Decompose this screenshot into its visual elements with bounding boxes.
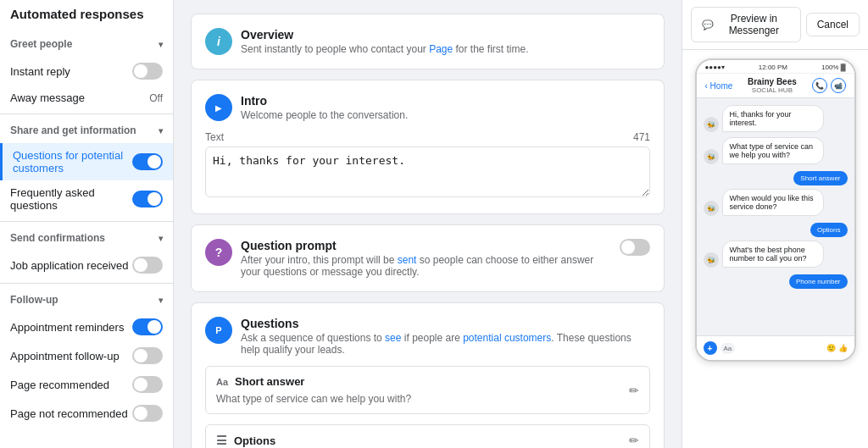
page-sub: SOCIAL HUB (737, 86, 806, 94)
faq-toggle[interactable] (132, 191, 163, 207)
off-text: Off (149, 92, 163, 104)
chat-bubble: What type of service can we help you wit… (722, 137, 824, 164)
question-prompt-toggle-wrap (620, 239, 650, 256)
chat-bubble: When would you like this service done? (722, 189, 824, 216)
appt-followup-toggle[interactable] (132, 347, 163, 364)
item-label: Job application received (10, 259, 132, 272)
reply-row: Options (704, 221, 848, 237)
chat-message-row: 🐝 When would you like this service done? (704, 189, 848, 216)
sidebar-section-greet[interactable]: Greet people ▾ (0, 31, 173, 57)
battery-icon: 100% ▓ (821, 64, 846, 71)
phone-action-icons: 📞 📹 (812, 78, 846, 93)
item-label: Frequently asked questions (10, 186, 132, 212)
item-label: Appointment reminders (10, 321, 132, 334)
page-not-rec-toggle[interactable] (132, 405, 163, 422)
messenger-icon: 💬 (702, 19, 714, 30)
chat-bubble: Hi, thanks for your interest. (722, 105, 824, 132)
item-label: Appointment follow-up (10, 350, 132, 362)
overview-title: Overview (241, 28, 529, 41)
phone-input-bar: + Aa 🙂 👍 (697, 335, 854, 360)
avatar: 🐝 (704, 201, 719, 216)
options-reply: Options (810, 223, 848, 237)
intro-textarea[interactable]: Hi, thanks for your interest. (205, 147, 650, 197)
short-answer-reply: Short answer (793, 171, 847, 185)
edit-icon[interactable]: ✏ (629, 384, 639, 397)
sidebar-item-appt-reminders[interactable]: Appointment reminders (0, 312, 173, 341)
thumbs-up-icon[interactable]: 👍 (838, 344, 848, 352)
sidebar-section-share[interactable]: Share and get information ▾ (0, 118, 173, 143)
phone-nav-bar: ‹ Home Brainy Bees SOCIAL HUB 📞 📹 (697, 74, 854, 98)
section-label: Send confirmations (10, 232, 105, 244)
sidebar-item-faq[interactable]: Frequently asked questions (0, 180, 173, 218)
plus-icon[interactable]: + (704, 341, 717, 355)
item-label: Away message (10, 91, 149, 104)
chat-message-row: 🐝 Hi, thanks for your interest. (704, 105, 848, 132)
phone-status-bar: ●●●●▾ 12:00 PM 100% ▓ (697, 60, 854, 74)
intro-icon: ▶ (205, 94, 232, 121)
phone-frame: ●●●●▾ 12:00 PM 100% ▓ ‹ Home Brainy Bees… (695, 58, 856, 362)
page-name: Brainy Bees (737, 77, 806, 86)
question-prompt-card: ? Question prompt After your intro, this… (191, 224, 665, 292)
instant-reply-toggle[interactable] (132, 63, 163, 80)
sidebar-item-instant-reply[interactable]: Instant reply (0, 57, 173, 86)
phone-mockup: ●●●●▾ 12:00 PM 100% ▓ ‹ Home Brainy Bees… (682, 50, 868, 448)
short-answer-icon: Aa (216, 377, 228, 387)
short-answer-item: Aa Short answer What type of service can… (205, 366, 650, 414)
reply-row: Phone number (704, 273, 848, 289)
chevron-down-icon: ▾ (159, 126, 163, 136)
signal-icon: ●●●●▾ (705, 64, 725, 71)
question-prompt-title: Question prompt (241, 239, 611, 252)
phone-video-icon[interactable]: 📹 (831, 78, 846, 93)
avatar: 🐝 (704, 149, 719, 164)
sidebar-item-page-not-recommended[interactable]: Page not recommended (0, 399, 173, 428)
chat-bubble: What's the best phone number to call you… (722, 241, 824, 268)
page-rec-toggle[interactable] (132, 376, 163, 393)
question-prompt-subtitle: After your intro, this prompt will be se… (241, 254, 611, 278)
options-icon: ☰ (216, 434, 227, 447)
job-toggle[interactable] (132, 257, 163, 274)
intro-title: Intro (241, 94, 408, 108)
chevron-down-icon: ▾ (159, 296, 163, 305)
short-answer-text: What type of service can we help you wit… (216, 393, 629, 405)
chat-message-row: 🐝 What type of service can we help you w… (704, 137, 848, 164)
appt-reminders-toggle[interactable] (132, 318, 163, 335)
chevron-down-icon: ▾ (159, 40, 163, 49)
options-label: Options (234, 434, 275, 447)
chat-message-row: 🐝 What's the best phone number to call y… (704, 241, 848, 268)
preview-in-messenger-button[interactable]: 💬 Preview in Messenger (691, 7, 801, 42)
sidebar-item-page-recommended[interactable]: Page recommended (0, 370, 173, 399)
questions-card: P Questions Ask a sequence of questions … (191, 302, 665, 448)
phone-call-icon[interactable]: 📞 (812, 78, 827, 93)
question-prompt-toggle[interactable] (620, 239, 650, 256)
overview-subtitle: Sent instantly to people who contact you… (241, 43, 529, 55)
char-count: 471 (633, 131, 650, 143)
questions-subtitle: Ask a sequence of questions to see if pe… (241, 332, 650, 356)
avatar: 🐝 (704, 252, 719, 268)
overview-card: i Overview Sent instantly to people who … (191, 14, 665, 69)
avatar: 🐝 (704, 117, 719, 132)
questions-toggle[interactable] (132, 153, 163, 170)
emoji-icon[interactable]: 🙂 (826, 344, 836, 352)
sidebar-section-confirmations[interactable]: Send confirmations ▾ (0, 225, 173, 251)
sidebar-section-followup[interactable]: Follow-up ▾ (0, 287, 173, 312)
section-label: Greet people (10, 38, 72, 50)
questions-icon: P (205, 317, 232, 344)
app-title: Automated responses (0, 0, 173, 31)
reply-row: Short answer (704, 169, 848, 185)
back-icon[interactable]: ‹ Home (705, 81, 733, 91)
cancel-button[interactable]: Cancel (806, 13, 860, 36)
text-label: Text 471 (205, 131, 650, 143)
phone-number-reply: Phone number (789, 274, 847, 289)
chat-body: 🐝 Hi, thanks for your interest. 🐝 What t… (697, 98, 854, 335)
sidebar-item-appt-followup[interactable]: Appointment follow-up (0, 341, 173, 370)
aa-input[interactable]: Aa (721, 343, 736, 354)
edit-icon[interactable]: ✏ (629, 434, 639, 447)
sidebar-item-job-application[interactable]: Job application received (0, 251, 173, 279)
sidebar-item-away-message[interactable]: Away message Off (0, 86, 173, 110)
sidebar-item-questions-potential[interactable]: Questions for potential customers (0, 143, 173, 180)
item-label: Page not recommended (10, 407, 132, 420)
preview-panel: 💬 Preview in Messenger Cancel ●●●●▾ 12:0… (682, 0, 868, 448)
preview-topbar: 💬 Preview in Messenger Cancel (682, 0, 868, 50)
intro-subtitle: Welcome people to the conversation. (241, 109, 408, 121)
questions-title: Questions (241, 317, 650, 330)
